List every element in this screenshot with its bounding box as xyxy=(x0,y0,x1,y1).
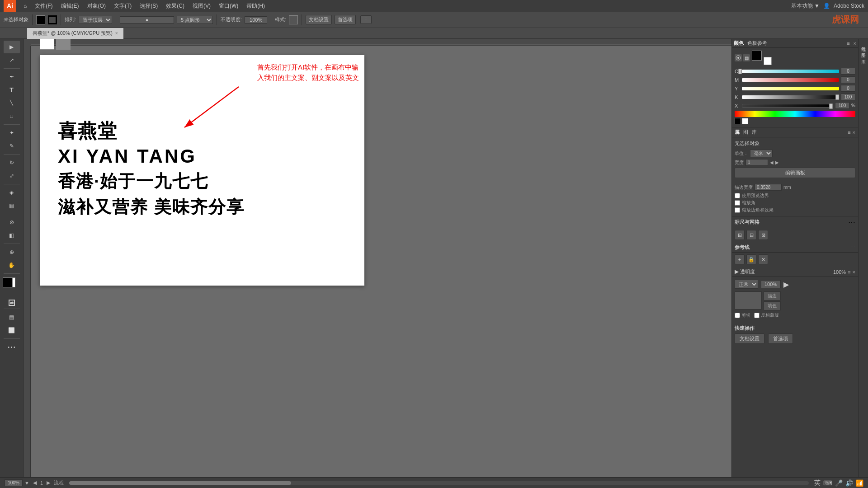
pen-tool-btn[interactable]: ✒ xyxy=(4,70,20,83)
layers-tab[interactable]: 图 xyxy=(743,129,748,136)
snap-icon[interactable]: ⊠ xyxy=(758,230,768,240)
guide-add-icon[interactable]: + xyxy=(735,254,745,264)
menu-file[interactable]: 文件(F) xyxy=(31,1,56,11)
blend-mode-select[interactable]: 正常 xyxy=(735,280,758,289)
wifi-icon[interactable]: 📶 xyxy=(856,479,863,487)
scale-tool-btn[interactable]: ⤢ xyxy=(4,169,20,182)
rotate-tool-btn[interactable]: ↻ xyxy=(4,156,20,169)
keyboard-icon[interactable]: ⌨ xyxy=(823,479,832,487)
make-mask-btn[interactable]: 描边 xyxy=(764,291,781,300)
h-scrollbar-track[interactable] xyxy=(69,481,809,485)
document-tab[interactable]: 喜燕堂* @ 100% (CMYK/GPU 预览) × xyxy=(27,28,123,39)
opacity-slider-thumb[interactable] xyxy=(829,103,833,109)
gradient-tool-btn[interactable]: ◧ xyxy=(4,229,20,242)
color-reference-tab[interactable]: 色板参考 xyxy=(747,40,767,47)
use-preview-checkbox[interactable] xyxy=(735,193,740,198)
edit-artboard-btn[interactable]: 编辑画板 xyxy=(735,168,855,178)
menu-text[interactable]: 文字(T) xyxy=(110,1,135,11)
c-value-input[interactable] xyxy=(841,68,855,75)
account-icon[interactable]: 👤 xyxy=(823,3,830,9)
grid-icon[interactable]: ⊟ xyxy=(746,230,756,240)
zoom-tool-btn[interactable]: ⊕ xyxy=(4,246,20,258)
width-nav-plus[interactable]: ▶ xyxy=(775,160,779,165)
m-slider-track[interactable] xyxy=(742,78,839,82)
menu-edit[interactable]: 编辑(E) xyxy=(57,1,83,11)
color-panel-tab[interactable]: 颜色 xyxy=(734,40,744,47)
workspace-label[interactable]: 基本功能 ▼ xyxy=(791,2,820,10)
point-type-select[interactable]: 5 点圆形 xyxy=(177,16,213,24)
black-swatch[interactable] xyxy=(735,118,741,124)
properties-close[interactable]: × xyxy=(853,130,855,135)
swap-colors-btn[interactable]: ⇌ xyxy=(9,300,15,306)
side-libraries-tab[interactable]: 库 xyxy=(859,53,868,59)
hand-tool-btn[interactable]: ✋ xyxy=(4,259,20,272)
pencil-tool-btn[interactable]: ✎ xyxy=(4,140,20,152)
white-swatch-small[interactable] xyxy=(742,118,748,124)
properties-menu[interactable]: ≡ xyxy=(848,130,850,135)
ruler-grid-expand[interactable]: ⋯ xyxy=(848,218,855,226)
opacity-up-arrow[interactable]: ▶ xyxy=(783,280,789,289)
tab-close-btn[interactable]: × xyxy=(115,31,118,36)
menu-window[interactable]: 窗口(W) xyxy=(215,1,242,11)
quick-doc-settings-btn[interactable]: 文档设置 xyxy=(735,333,764,344)
guides-expand[interactable]: ⋯ xyxy=(850,244,855,250)
text-tool-btn[interactable]: T xyxy=(4,84,20,96)
release-mask-btn[interactable]: 填色 xyxy=(764,301,781,310)
h-scrollbar-thumb[interactable] xyxy=(69,481,291,485)
invert-checkbox[interactable] xyxy=(754,313,760,318)
speaker-icon[interactable]: 🔊 xyxy=(845,479,853,487)
ruler-icon[interactable]: ⊞ xyxy=(735,230,745,240)
y-slider-track[interactable] xyxy=(742,87,839,90)
guide-lock-icon[interactable]: 🔒 xyxy=(746,254,756,264)
zoom-down-arrow[interactable]: ▼ xyxy=(24,480,29,486)
quick-preferences-btn[interactable]: 首选项 xyxy=(768,333,793,344)
stroke-width-input[interactable] xyxy=(755,184,782,191)
c-slider-track[interactable] xyxy=(742,70,839,73)
blend-tool-btn[interactable]: ◈ xyxy=(4,186,20,199)
prev-page-btn[interactable]: ◀ xyxy=(33,480,37,486)
bg-color-display[interactable] xyxy=(764,57,772,65)
opacity-value-input[interactable] xyxy=(761,280,781,288)
swatch-mode-btn[interactable]: ▦ xyxy=(743,54,750,61)
fill-color-swatch[interactable] xyxy=(36,15,45,24)
transparency-close[interactable]: × xyxy=(853,269,855,275)
transparency-expand[interactable]: ▶ xyxy=(735,269,738,275)
direct-selection-tool-btn[interactable]: ↗ xyxy=(4,54,20,66)
doc-settings-btn[interactable]: 文档设置 xyxy=(306,15,332,24)
scale-corners-checkbox[interactable] xyxy=(735,200,740,206)
width-input[interactable] xyxy=(745,159,768,166)
selection-tool-btn[interactable]: ▶ xyxy=(4,41,20,53)
opacity-slider-track[interactable] xyxy=(742,104,833,108)
canvas-area[interactable]: 首先我们打开AI软件，在画布中输 入我们的主文案、副文案以及英文 喜燕堂 XI xyxy=(24,39,731,488)
menu-select[interactable]: 选择(S) xyxy=(136,1,161,11)
opacity-input[interactable] xyxy=(245,16,267,23)
k-slider-thumb[interactable] xyxy=(835,94,839,100)
white-swatch[interactable] xyxy=(40,39,54,50)
c-slider-thumb[interactable] xyxy=(738,69,742,74)
style-swatch[interactable] xyxy=(289,15,298,24)
menu-effects[interactable]: 效果(C) xyxy=(162,1,188,11)
screen-mode-btn[interactable]: ⬜ xyxy=(4,324,20,337)
ime-icon[interactable]: 英 xyxy=(814,479,821,487)
chart-tool-btn[interactable]: ▦ xyxy=(4,199,20,212)
adobe-stock-link[interactable]: Adobe Stock xyxy=(834,3,864,9)
clip-checkbox[interactable] xyxy=(735,313,740,318)
color-spectrum-bar[interactable] xyxy=(735,111,855,117)
k-slider-track[interactable] xyxy=(742,95,839,99)
k-value-input[interactable] xyxy=(841,94,855,100)
menu-view[interactable]: 视图(V) xyxy=(189,1,214,11)
menu-help[interactable]: 帮助(H) xyxy=(243,1,269,11)
eyedropper-tool-btn[interactable]: ⊘ xyxy=(4,216,20,229)
rect-tool-btn[interactable]: □ xyxy=(4,110,20,122)
more-tools-btn[interactable]: • • • xyxy=(4,341,20,353)
stroke-color-swatch[interactable] xyxy=(48,15,57,24)
width-nav-minus[interactable]: ◀ xyxy=(770,160,774,165)
line-tool-btn[interactable]: ╲ xyxy=(4,97,20,109)
next-page-btn[interactable]: ▶ xyxy=(47,480,50,486)
opacity-percent-input[interactable] xyxy=(835,102,849,109)
stroke-style-input[interactable] xyxy=(120,16,174,23)
zoom-input[interactable] xyxy=(5,479,23,486)
view-mode-btn[interactable]: ▤ xyxy=(4,311,20,324)
guide-clear-icon[interactable]: ✕ xyxy=(758,254,768,264)
transparency-collapse[interactable]: ≡ xyxy=(848,269,850,275)
